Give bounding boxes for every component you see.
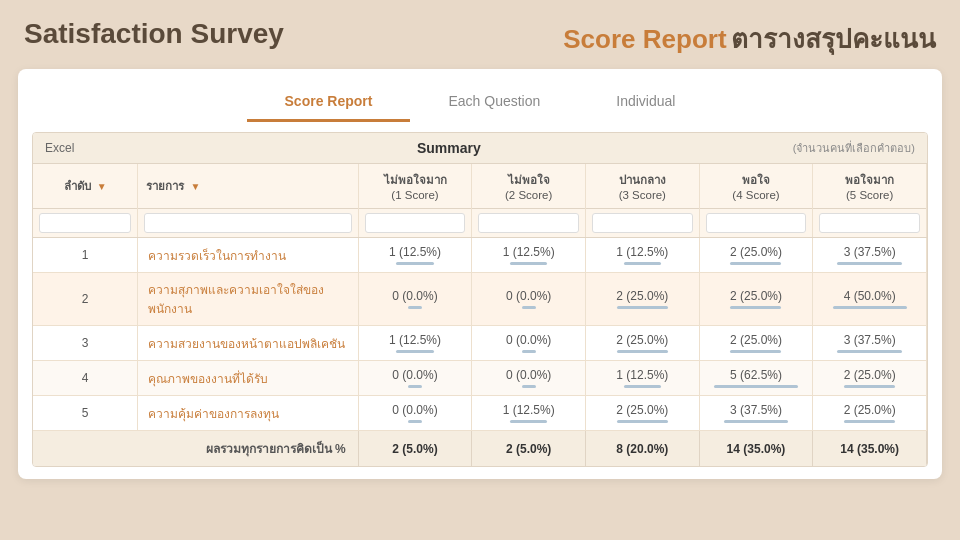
app-title: Satisfaction Survey: [24, 18, 284, 50]
bar-3: [624, 262, 661, 265]
bar-1: [396, 350, 433, 353]
cell-num: 2: [33, 273, 138, 326]
search-row: [33, 209, 927, 238]
bar-4: [730, 350, 781, 353]
summary-header: Excel Summary (จำนวนคนที่เลือกคำตอบ): [33, 133, 927, 164]
report-title-th: ตารางสรุปคะแนน: [731, 24, 936, 54]
search-item[interactable]: [144, 213, 351, 233]
bar-2: [522, 306, 536, 309]
tab-individual[interactable]: Individual: [578, 83, 713, 122]
bar-3: [617, 420, 668, 423]
table-body: 1 ความรวดเร็วในการทำงาน 1 (12.5%) 1 (12.…: [33, 238, 927, 431]
col-score1: ไม่พอใจมาก(1 Score): [358, 164, 472, 209]
bar-4: [730, 306, 781, 309]
summary-table-container: Excel Summary (จำนวนคนที่เลือกคำตอบ) ลำด…: [32, 132, 928, 467]
search-score3[interactable]: [592, 213, 693, 233]
cell-score1: 1 (12.5%): [358, 326, 472, 361]
cell-item: ความสุภาพและความเอาใจใส่ของพนักงาน: [138, 273, 358, 326]
excel-label[interactable]: Excel: [45, 141, 105, 155]
cell-score2: 1 (12.5%): [472, 238, 586, 273]
cell-num: 5: [33, 396, 138, 431]
cell-item: ความสวยงานของหน้าตาแอปพลิเคชัน: [138, 326, 358, 361]
cell-score3: 1 (12.5%): [585, 361, 699, 396]
table-row: 2 ความสุภาพและความเอาใจใส่ของพนักงาน 0 (…: [33, 273, 927, 326]
table-row: 4 คุณภาพของงานที่ได้รับ 0 (0.0%) 0 (0.0%…: [33, 361, 927, 396]
cell-score5: 2 (25.0%): [813, 396, 927, 431]
cell-item: คุณภาพของงานที่ได้รับ: [138, 361, 358, 396]
search-score5[interactable]: [819, 213, 920, 233]
total-score2: 2 (5.0%): [472, 431, 586, 467]
col-score4: พอใจ(4 Score): [699, 164, 813, 209]
col-item: รายการ ▼: [138, 164, 358, 209]
total-score5: 14 (35.0%): [813, 431, 927, 467]
filter-icon-num[interactable]: ▼: [97, 181, 107, 192]
search-score4[interactable]: [706, 213, 807, 233]
cell-score1: 0 (0.0%): [358, 273, 472, 326]
main-card: Score Report Each Question Individual Ex…: [18, 69, 942, 479]
cell-score3: 2 (25.0%): [585, 326, 699, 361]
search-score2[interactable]: [478, 213, 579, 233]
col-score3: ปานกลาง(3 Score): [585, 164, 699, 209]
total-row: ผลรวมทุกรายการคิดเป็น % 2 (5.0%) 2 (5.0%…: [33, 431, 927, 467]
bar-5: [844, 385, 895, 388]
cell-score2: 0 (0.0%): [472, 273, 586, 326]
bar-3: [617, 350, 668, 353]
tab-each-question[interactable]: Each Question: [410, 83, 578, 122]
total-score1: 2 (5.0%): [358, 431, 472, 467]
cell-score5: 3 (37.5%): [813, 238, 927, 273]
tab-score-report[interactable]: Score Report: [247, 83, 411, 122]
search-score1[interactable]: [365, 213, 466, 233]
bar-2: [510, 420, 547, 423]
cell-score2: 0 (0.0%): [472, 361, 586, 396]
summary-title: Summary: [105, 140, 793, 156]
cell-score3: 2 (25.0%): [585, 273, 699, 326]
page-header: Satisfaction Survey Score Report ตารางสร…: [0, 0, 960, 69]
bar-2: [510, 262, 547, 265]
tab-bar: Score Report Each Question Individual: [18, 69, 942, 122]
cell-score1: 1 (12.5%): [358, 238, 472, 273]
data-table: ลำดับ ▼ รายการ ▼ ไม่พอใจมาก(1 Score) ไม่…: [33, 164, 927, 466]
report-title-en: Score Report: [563, 24, 726, 54]
cell-score2: 1 (12.5%): [472, 396, 586, 431]
bar-5: [837, 262, 902, 265]
total-score4: 14 (35.0%): [699, 431, 813, 467]
col-score5: พอใจมาก(5 Score): [813, 164, 927, 209]
bar-1: [408, 385, 422, 388]
bar-5: [833, 306, 907, 309]
bar-3: [617, 306, 668, 309]
bar-3: [624, 385, 661, 388]
cell-score4: 2 (25.0%): [699, 238, 813, 273]
search-num[interactable]: [39, 213, 131, 233]
cell-num: 4: [33, 361, 138, 396]
bar-1: [408, 420, 422, 423]
cell-score4: 2 (25.0%): [699, 326, 813, 361]
count-note: (จำนวนคนที่เลือกคำตอบ): [793, 139, 915, 157]
table-header-row: ลำดับ ▼ รายการ ▼ ไม่พอใจมาก(1 Score) ไม่…: [33, 164, 927, 209]
col-num: ลำดับ ▼: [33, 164, 138, 209]
total-label: ผลรวมทุกรายการคิดเป็น %: [33, 431, 358, 467]
bar-1: [396, 262, 433, 265]
table-row: 5 ความคุ้มค่าของการลงทุน 0 (0.0%) 1 (12.…: [33, 396, 927, 431]
bar-4: [714, 385, 797, 388]
cell-score5: 2 (25.0%): [813, 361, 927, 396]
cell-score4: 3 (37.5%): [699, 396, 813, 431]
cell-score3: 2 (25.0%): [585, 396, 699, 431]
cell-score5: 3 (37.5%): [813, 326, 927, 361]
bar-2: [522, 385, 536, 388]
bar-2: [522, 350, 536, 353]
cell-score1: 0 (0.0%): [358, 396, 472, 431]
cell-num: 1: [33, 238, 138, 273]
table-row: 3 ความสวยงานของหน้าตาแอปพลิเคชัน 1 (12.5…: [33, 326, 927, 361]
col-score2: ไม่พอใจ(2 Score): [472, 164, 586, 209]
cell-score1: 0 (0.0%): [358, 361, 472, 396]
bar-4: [730, 262, 781, 265]
filter-icon-item[interactable]: ▼: [191, 181, 201, 192]
bar-4: [724, 420, 789, 423]
bar-5: [837, 350, 902, 353]
cell-score2: 0 (0.0%): [472, 326, 586, 361]
cell-score4: 5 (62.5%): [699, 361, 813, 396]
cell-item: ความรวดเร็วในการทำงาน: [138, 238, 358, 273]
table-row: 1 ความรวดเร็วในการทำงาน 1 (12.5%) 1 (12.…: [33, 238, 927, 273]
cell-score5: 4 (50.0%): [813, 273, 927, 326]
bar-5: [844, 420, 895, 423]
